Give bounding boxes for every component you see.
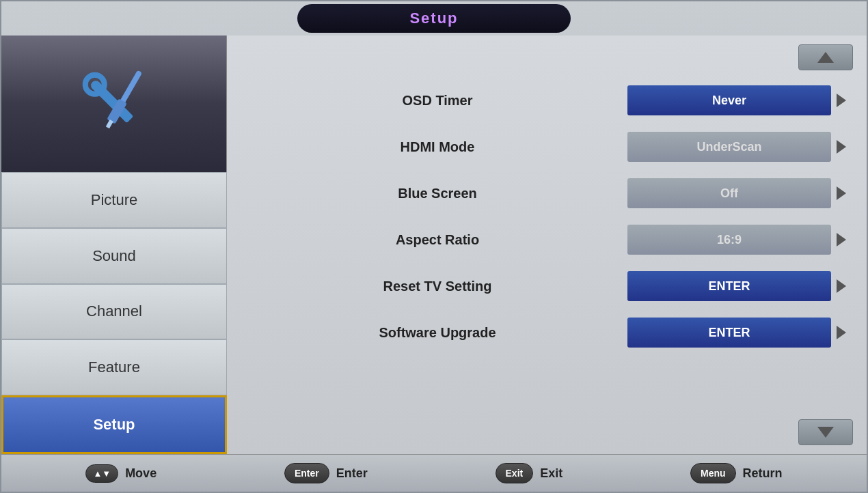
enter-label: Enter [336,466,368,481]
setting-row-osd-timer: OSD Timer Never [247,80,846,121]
setting-row-hdmi-mode: HDMI Mode UnderScan [247,126,846,167]
setting-value-area-blue-screen: Off [627,178,846,208]
setting-row-blue-screen: Blue Screen Off [247,173,846,214]
return-label: Return [743,466,783,481]
setting-row-reset-tv: Reset TV Setting ENTER [247,266,846,307]
main-content: Picture Sound Channel Feature Setup [1,36,867,454]
sidebar-item-picture[interactable]: Picture [1,172,227,228]
setting-value-reset-tv[interactable]: ENTER [627,271,831,301]
setting-value-area-osd-timer: Never [627,85,846,115]
setting-value-osd-timer[interactable]: Never [627,85,831,115]
sidebar-icon-area [1,36,227,172]
arrow-up-icon [817,52,834,63]
setting-value-blue-screen[interactable]: Off [627,178,831,208]
setting-label-osd-timer: OSD Timer [247,93,627,109]
setting-value-software-upgrade[interactable]: ENTER [627,318,831,348]
setting-value-hdmi-mode[interactable]: UnderScan [627,132,831,162]
svg-rect-3 [118,70,141,106]
move-label: Move [125,466,157,481]
chevron-right-icon-hdmi-mode [837,140,846,154]
bottom-control-menu: Menu Return [690,463,783,483]
settings-list: OSD Timer Never HDMI Mode UnderScan Blue… [227,73,867,417]
bottom-control-enter: Enter Enter [284,463,368,483]
exit-button[interactable]: Exit [496,463,534,483]
setting-row-aspect-ratio: Aspect Ratio 16:9 [247,219,846,260]
move-button[interactable]: ▲▼ [85,464,118,483]
setting-label-aspect-ratio: Aspect Ratio [247,232,627,248]
sidebar-item-sound[interactable]: Sound [1,228,227,284]
chevron-right-icon-aspect-ratio [837,233,846,246]
scroll-down-button[interactable] [798,419,853,445]
setting-row-software-upgrade: Software Upgrade ENTER [247,312,846,353]
title-bar: Setup [1,1,867,36]
bottom-bar: ▲▼ Move Enter Enter Exit Exit Menu Retur… [1,454,867,492]
exit-label: Exit [540,466,562,481]
right-panel: OSD Timer Never HDMI Mode UnderScan Blue… [227,36,867,454]
sidebar: Picture Sound Channel Feature Setup [1,36,227,454]
setting-value-area-reset-tv: ENTER [627,271,846,301]
chevron-right-icon-osd-timer [837,94,846,107]
setting-label-blue-screen: Blue Screen [247,186,627,201]
main-frame: Setup [0,0,868,493]
chevron-right-icon-software-upgrade [837,326,846,339]
tools-wrench-icon [77,66,152,141]
scroll-down-area [227,417,867,454]
setting-value-area-hdmi-mode: UnderScan [627,132,846,162]
enter-button[interactable]: Enter [284,463,329,483]
bottom-control-exit: Exit Exit [496,463,563,483]
scroll-up-area [227,36,867,73]
setting-label-hdmi-mode: HDMI Mode [247,139,627,155]
sidebar-item-channel[interactable]: Channel [1,284,227,340]
setting-label-reset-tv: Reset TV Setting [247,279,627,294]
setting-value-area-aspect-ratio: 16:9 [627,225,846,255]
menu-button[interactable]: Menu [690,463,736,483]
chevron-right-icon-blue-screen [837,186,846,200]
sidebar-item-setup[interactable]: Setup [1,395,227,454]
sidebar-item-feature[interactable]: Feature [1,339,227,395]
scroll-up-button[interactable] [798,44,853,70]
setting-value-area-software-upgrade: ENTER [627,318,846,348]
nav-items: Picture Sound Channel Feature Setup [1,172,227,454]
setting-label-software-upgrade: Software Upgrade [247,325,627,341]
chevron-right-icon-reset-tv [837,279,846,293]
bottom-control-move: ▲▼ Move [85,464,157,483]
arrow-down-icon [817,427,834,438]
setting-value-aspect-ratio[interactable]: 16:9 [627,225,831,255]
page-title: Setup [409,10,458,27]
title-pill: Setup [297,4,571,33]
